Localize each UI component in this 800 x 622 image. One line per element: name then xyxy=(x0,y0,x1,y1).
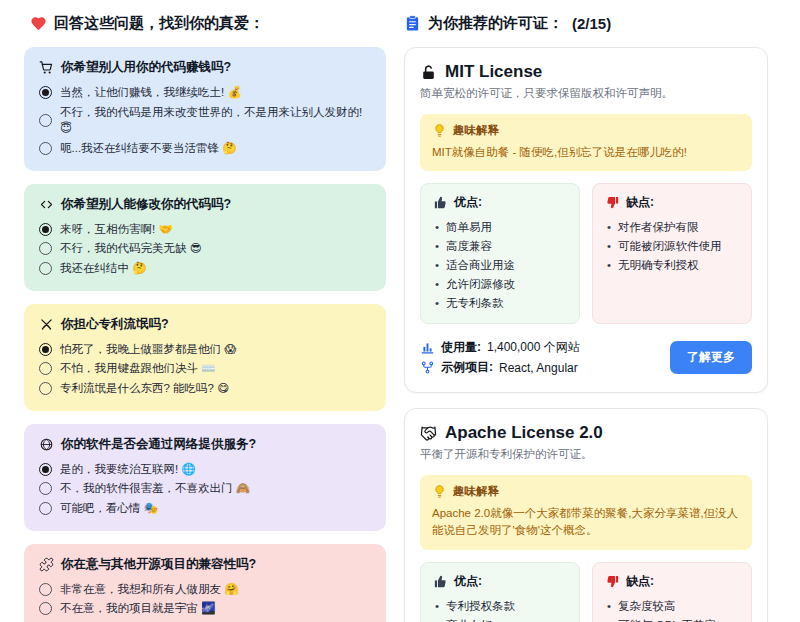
question-title-text: 你希望别人能修改你的代码吗? xyxy=(61,196,231,213)
stats: 使用量: 1,400,000 个网站 示例项目: React, Angular xyxy=(420,336,580,379)
globe-icon xyxy=(39,437,54,452)
clipboard-icon xyxy=(404,15,421,32)
cons-list: 对作者保护有限 可能被闭源软件使用 无明确专利授权 xyxy=(605,218,739,275)
radio-button[interactable] xyxy=(39,602,52,615)
radio-button[interactable] xyxy=(39,223,52,236)
radio-button[interactable] xyxy=(39,343,52,356)
license-description: 简单宽松的许可证，只要求保留版权和许可声明。 xyxy=(420,86,752,101)
fun-explain-title-row: 趣味解释 xyxy=(432,484,740,499)
option-label: 可能吧，看心情 🎭 xyxy=(60,500,158,517)
license-card-mit: MIT License 简单宽松的许可证，只要求保留版权和许可声明。 趣味解释 … xyxy=(404,47,768,393)
fun-explain-text: MIT就像自助餐 - 随便吃,但别忘了说是在哪儿吃的! xyxy=(432,144,740,161)
radio-button[interactable] xyxy=(39,482,52,495)
radio-button[interactable] xyxy=(39,114,52,127)
question-title: 你担心专利流氓吗? xyxy=(39,316,371,333)
cons-box: 缺点: 复杂度较高 可能与 GPL 不兼容 xyxy=(592,562,752,622)
cons-list: 复杂度较高 可能与 GPL 不兼容 xyxy=(605,597,739,622)
usage-stat: 使用量: 1,400,000 个网站 xyxy=(420,339,580,356)
radio-option[interactable]: 可能吧，看心情 🎭 xyxy=(39,500,371,517)
radio-option[interactable]: 不怕，我用键盘跟他们决斗 ⌨️ xyxy=(39,360,371,377)
license-name: MIT License xyxy=(445,62,542,82)
radio-button[interactable] xyxy=(39,382,52,395)
pros-title-row: 优点: xyxy=(433,573,567,590)
question-card-patent: 你担心专利流氓吗? 怕死了，我晚上做噩梦都是他们 😱 不怕，我用键盘跟他们决斗 … xyxy=(24,304,386,411)
question-title-text: 你希望别人用你的代码赚钱吗? xyxy=(61,59,231,76)
option-label: 不行，我的代码完美无缺 😎 xyxy=(60,240,202,257)
question-title: 你希望别人用你的代码赚钱吗? xyxy=(39,59,371,76)
radio-button[interactable] xyxy=(39,583,52,596)
recommendations-count: (2/15) xyxy=(572,15,611,32)
examples-label: 示例项目: xyxy=(441,359,493,376)
fun-explain-title: 趣味解释 xyxy=(453,484,499,499)
fork-icon xyxy=(420,360,435,375)
cons-item: 可能与 GPL 不兼容 xyxy=(605,616,739,622)
radio-button[interactable] xyxy=(39,142,52,155)
question-title: 你在意与其他开源项目的兼容性吗? xyxy=(39,556,371,573)
radio-option[interactable]: 非常在意，我想和所有人做朋友 🤗 xyxy=(39,581,371,598)
cons-box: 缺点: 对作者保护有限 可能被闭源软件使用 无明确专利授权 xyxy=(592,183,752,324)
pros-cons-row: 优点: 简单易用 高度兼容 适合商业用途 允许闭源修改 无专利条款 缺点: xyxy=(420,183,752,324)
recommendations-title: 为你推荐的许可证： (2/15) xyxy=(404,14,768,33)
radio-option[interactable]: 不行，我的代码完美无缺 😎 xyxy=(39,240,371,257)
radio-button[interactable] xyxy=(39,502,52,515)
license-name-row: Apache License 2.0 xyxy=(420,423,752,443)
pros-title-row: 优点: xyxy=(433,194,567,211)
radio-button[interactable] xyxy=(39,262,52,275)
radio-option[interactable]: 不在意，我的项目就是宇宙 🌌 xyxy=(39,600,371,617)
radio-option[interactable]: 我还在纠结中 🤔 xyxy=(39,260,371,277)
heart-icon xyxy=(30,15,47,32)
fun-explain-text: Apache 2.0就像一个大家都带菜的聚餐,大家分享菜谱,但没人能说自己发明了… xyxy=(432,505,740,540)
question-title: 你希望别人能修改你的代码吗? xyxy=(39,196,371,213)
pros-item: 商业友好 xyxy=(433,616,567,622)
radio-button[interactable] xyxy=(39,86,52,99)
radio-option[interactable]: 当然，让他们赚钱，我继续吃土! 💰 xyxy=(39,84,371,101)
radio-button[interactable] xyxy=(39,362,52,375)
question-title-text: 你在意与其他开源项目的兼容性吗? xyxy=(61,556,256,573)
fun-explain-box: 趣味解释 Apache 2.0就像一个大家都带菜的聚餐,大家分享菜谱,但没人能说… xyxy=(420,475,752,550)
radio-button[interactable] xyxy=(39,242,52,255)
unlock-icon xyxy=(420,64,437,81)
question-card-network: 你的软件是否会通过网络提供服务? 是的，我要统治互联网! 🌐 不，我的软件很害羞… xyxy=(24,424,386,531)
crossed-swords-icon xyxy=(39,317,54,332)
thumbs-up-icon xyxy=(433,195,448,210)
license-name: Apache License 2.0 xyxy=(445,423,603,443)
thumbs-down-icon xyxy=(605,195,620,210)
pros-cons-row: 优点: 专利授权条款 商业友好 允许闭源修改 缺点: 复杂度较高 xyxy=(420,562,752,622)
pros-item: 适合商业用途 xyxy=(433,256,567,275)
radio-option[interactable]: 怕死了，我晚上做噩梦都是他们 😱 xyxy=(39,341,371,358)
radio-option[interactable]: 不，我的软件很害羞，不喜欢出门 🙈 xyxy=(39,480,371,497)
pros-list: 简单易用 高度兼容 适合商业用途 允许闭源修改 无专利条款 xyxy=(433,218,567,313)
option-label: 呃...我还在纠结要不要当活雷锋 🤔 xyxy=(60,140,237,157)
question-card-compat: 你在意与其他开源项目的兼容性吗? 非常在意，我想和所有人做朋友 🤗 不在意，我的… xyxy=(24,544,386,622)
pros-item: 无专利条款 xyxy=(433,294,567,313)
license-name-row: MIT License xyxy=(420,62,752,82)
question-card-money: 你希望别人用你的代码赚钱吗? 当然，让他们赚钱，我继续吃土! 💰 不行，我的代码… xyxy=(24,47,386,171)
usage-value: 1,400,000 个网站 xyxy=(487,339,580,356)
thumbs-down-icon xyxy=(605,574,620,589)
recommendations-panel: 为你推荐的许可证： (2/15) MIT License 简单宽松的许可证，只要… xyxy=(404,12,768,614)
radio-option[interactable]: 专利流氓是什么东西? 能吃吗? 😋 xyxy=(39,380,371,397)
learn-more-button[interactable]: 了解更多 xyxy=(670,341,752,374)
license-description: 平衡了开源和专利保护的许可证。 xyxy=(420,447,752,462)
questions-title-text: 回答这些问题，找到你的真爱： xyxy=(54,14,264,33)
cons-title: 缺点: xyxy=(626,573,654,590)
option-label: 是的，我要统治互联网! 🌐 xyxy=(60,461,196,478)
radio-option[interactable]: 呃...我还在纠结要不要当活雷锋 🤔 xyxy=(39,140,371,157)
license-card-apache: Apache License 2.0 平衡了开源和专利保护的许可证。 趣味解释 … xyxy=(404,408,768,622)
stats-row: 使用量: 1,400,000 个网站 示例项目: React, Angular … xyxy=(420,336,752,379)
radio-option[interactable]: 是的，我要统治互联网! 🌐 xyxy=(39,461,371,478)
pros-item: 允许闭源修改 xyxy=(433,275,567,294)
cons-title-row: 缺点: xyxy=(605,573,739,590)
pros-title: 优点: xyxy=(454,194,482,211)
pros-box: 优点: 专利授权条款 商业友好 允许闭源修改 xyxy=(420,562,580,622)
pros-title: 优点: xyxy=(454,573,482,590)
radio-option[interactable]: 不行，我的代码是用来改变世界的，不是用来让别人发财的! 😇 xyxy=(39,104,371,137)
radio-option[interactable]: 来呀，互相伤害啊! 🤝 xyxy=(39,221,371,238)
bar-chart-icon xyxy=(420,340,435,355)
option-label: 不行，我的代码是用来改变世界的，不是用来让别人发财的! 😇 xyxy=(60,104,371,137)
cons-item: 可能被闭源软件使用 xyxy=(605,237,739,256)
pros-item: 高度兼容 xyxy=(433,237,567,256)
recommendations-title-text: 为你推荐的许可证： xyxy=(428,14,563,33)
radio-button[interactable] xyxy=(39,463,52,476)
option-label: 不怕，我用键盘跟他们决斗 ⌨️ xyxy=(60,360,216,377)
